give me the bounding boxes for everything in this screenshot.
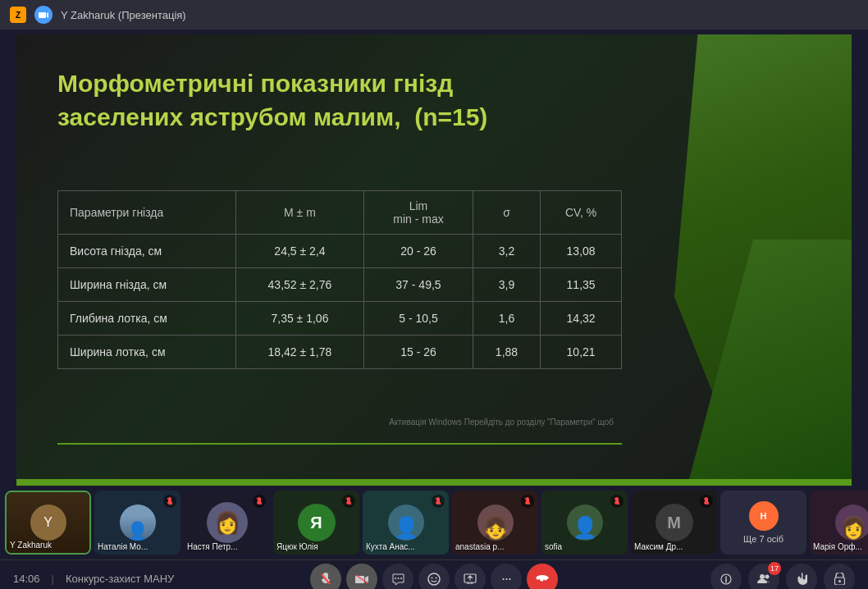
svg-point-14 bbox=[432, 577, 433, 578]
participant-name: Настя Петр... bbox=[187, 542, 237, 551]
participant-name: sofia bbox=[545, 542, 562, 551]
col-header-params: Параметри гнізда bbox=[58, 191, 236, 235]
mic-off-icon bbox=[253, 495, 266, 508]
participant-tile-anastasia[interactable]: 👧 anastasia p... bbox=[452, 491, 538, 555]
row2-mean: 43,52 ± 2,76 bbox=[235, 268, 363, 302]
mic-off-icon bbox=[700, 495, 713, 508]
row2-lim: 37 - 49,5 bbox=[364, 268, 473, 302]
row1-cv: 13,08 bbox=[541, 235, 622, 268]
table-row: Висота гнізда, см 24,5 ± 2,4 20 - 26 3,2… bbox=[58, 235, 622, 268]
participant-tile-nastia[interactable]: 👩 Настя Петр... bbox=[184, 491, 270, 555]
participants-button[interactable]: 17 bbox=[748, 564, 779, 590]
row1-param: Висота гнізда, см bbox=[58, 235, 236, 268]
row2-sigma: 3,9 bbox=[473, 268, 540, 302]
row3-sigma: 1,6 bbox=[473, 302, 540, 336]
col-header-sigma: σ bbox=[473, 191, 540, 235]
svg-point-10 bbox=[395, 578, 396, 579]
col-header-cv: CV, % bbox=[541, 191, 622, 235]
mic-off-icon bbox=[432, 495, 445, 508]
row3-param: Глибина лотка, см bbox=[58, 302, 236, 336]
participant-tile-natalia[interactable]: 👤 Наталія Мо... bbox=[94, 491, 180, 555]
participants-strip: Y Y Zakharuk 👤 Наталія Мо... 👩 Настя Пет… bbox=[0, 486, 868, 559]
participant-name: Наталія Мо... bbox=[98, 542, 148, 551]
toolbar-right: 17 bbox=[574, 564, 855, 590]
meeting-time: 14:06 bbox=[13, 573, 40, 585]
slide-bottom-line bbox=[57, 443, 622, 445]
mic-off-icon bbox=[163, 495, 176, 508]
mute-button[interactable] bbox=[310, 564, 341, 590]
presentation-area: Морфометричні показники гнізд заселених … bbox=[16, 34, 852, 486]
row2-cv: 11,35 bbox=[541, 268, 622, 302]
table-row: Ширина гнізда, см 43,52 ± 2,76 37 - 49,5… bbox=[58, 268, 622, 302]
chat-button[interactable] bbox=[382, 564, 413, 590]
participant-name: Максим Др... bbox=[634, 542, 683, 551]
row1-mean: 24,5 ± 2,4 bbox=[235, 235, 363, 268]
row3-mean: 7,35 ± 1,06 bbox=[235, 302, 363, 336]
participant-tile-maksym[interactable]: М Максим Др... bbox=[631, 491, 717, 555]
svg-point-13 bbox=[428, 573, 440, 585]
mic-off-icon bbox=[521, 495, 534, 508]
col-header-lim: Limmin - max bbox=[364, 191, 473, 235]
svg-point-19 bbox=[765, 575, 770, 579]
participant-tile-sofia[interactable]: 👤 sofia bbox=[541, 491, 628, 555]
app-icon: Z bbox=[10, 7, 26, 23]
slide-bottom-bar bbox=[16, 479, 852, 486]
data-table: Параметри гнізда M ± m Limmin - max σ CV… bbox=[57, 190, 622, 369]
participant-tile-yatsiuk[interactable]: Я Яцюк Юлія bbox=[273, 491, 359, 555]
participant-tile-maria[interactable]: 👩 Марія Орф... bbox=[810, 491, 868, 555]
row2-param: Ширина гнізда, см bbox=[58, 268, 236, 302]
table-row: Глибина лотка, см 7,35 ± 1,06 5 - 10,5 1… bbox=[58, 302, 622, 336]
svg-point-21 bbox=[838, 580, 841, 582]
more-count-badge: H bbox=[749, 501, 779, 531]
more-participants-tile[interactable]: H Ще 7 осіб bbox=[720, 491, 806, 555]
raise-hand-button[interactable] bbox=[786, 564, 817, 590]
meeting-name: Конкурс-захист МАНУ bbox=[66, 573, 174, 585]
participant-name: anastasia p... bbox=[455, 542, 504, 551]
emoji-button[interactable] bbox=[418, 564, 450, 590]
row4-cv: 10,21 bbox=[541, 336, 622, 369]
svg-point-12 bbox=[400, 578, 402, 579]
security-button[interactable] bbox=[824, 564, 855, 590]
slide-table-container: Параметри гнізда M ± m Limmin - max σ CV… bbox=[57, 190, 622, 369]
info-button[interactable] bbox=[710, 564, 742, 590]
table-row: Ширина лотка, см 18,42 ± 1,78 15 - 26 1,… bbox=[58, 336, 622, 369]
participant-name: Яцюк Юлія bbox=[276, 542, 318, 551]
participant-tile-kuhta[interactable]: 👤 Кухта Анас... bbox=[363, 491, 449, 555]
row3-lim: 5 - 10,5 bbox=[364, 302, 473, 336]
slide-title: Морфометричні показники гнізд заселених … bbox=[57, 67, 487, 134]
svg-point-18 bbox=[760, 574, 765, 579]
more-participants-label: Ще 7 осіб bbox=[743, 534, 783, 544]
mic-off-icon bbox=[610, 495, 624, 508]
toolbar-left: 14:06 | Конкурс-захист МАНУ bbox=[13, 573, 294, 585]
more-options-button[interactable]: ··· bbox=[491, 564, 522, 590]
slide: Морфометричні показники гнізд заселених … bbox=[16, 34, 852, 486]
notification-badge: 17 bbox=[768, 562, 781, 575]
end-call-button[interactable] bbox=[527, 564, 558, 590]
participant-name: Кухта Анас... bbox=[366, 542, 415, 551]
row3-cv: 14,32 bbox=[541, 302, 622, 336]
window-title: Y Zakharuk (Презентація) bbox=[61, 9, 186, 21]
row4-mean: 18,42 ± 1,78 bbox=[235, 336, 363, 369]
col-header-mean: M ± m bbox=[235, 191, 363, 235]
camera-icon bbox=[34, 6, 53, 24]
participant-name: Марія Орф... bbox=[813, 542, 862, 551]
svg-point-11 bbox=[397, 578, 399, 579]
row4-param: Ширина лотка, см bbox=[58, 336, 236, 369]
screen-share-button[interactable] bbox=[455, 564, 486, 590]
toolbar-center: ··· bbox=[294, 564, 574, 590]
participant-tile-y-zakharuk[interactable]: Y Y Zakharuk bbox=[5, 491, 91, 555]
video-toggle-button[interactable] bbox=[346, 564, 377, 590]
bottom-toolbar: 14:06 | Конкурс-захист МАНУ bbox=[0, 559, 868, 589]
participant-name: Y Zakharuk bbox=[10, 541, 52, 550]
row4-lim: 15 - 26 bbox=[364, 336, 473, 369]
activation-watermark: Активація Windows Перейдіть до розділу "… bbox=[389, 417, 614, 428]
row1-sigma: 3,2 bbox=[473, 235, 540, 268]
title-bar: Z Y Zakharuk (Презентація) bbox=[0, 0, 868, 30]
row1-lim: 20 - 26 bbox=[364, 235, 473, 268]
mic-off-icon bbox=[342, 495, 355, 508]
svg-point-15 bbox=[436, 577, 437, 578]
row4-sigma: 1,88 bbox=[473, 336, 540, 369]
